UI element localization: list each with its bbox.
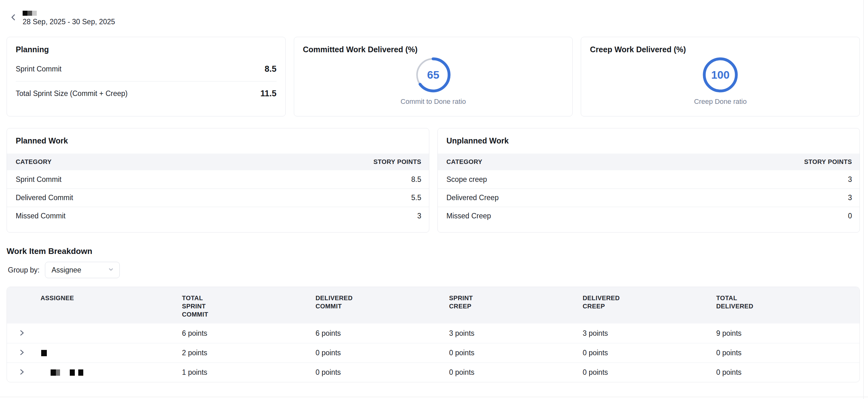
delivered-creep-cell: 0 points [583,349,716,357]
points-cell: 0 [848,212,852,220]
unplanned-work-header-row: CATEGORY STORY POINTS [438,153,860,170]
delivered-creep-cell: 3 points [583,329,716,338]
table-row: 6 points 6 points 3 points 3 points 9 po… [7,323,860,343]
category-cell: Missed Creep [446,212,491,220]
work-item-breakdown-title: Work Item Breakdown [7,247,860,256]
expand-row-button[interactable] [16,367,27,378]
total-delivered-cell: 9 points [716,329,860,338]
table-row: 2 points 0 points 0 points 0 points 0 po… [7,343,860,363]
committed-work-card: Committed Work Delivered (%) 65 Commit t… [294,37,573,116]
table-row: Missed Commit 3 [7,207,429,225]
total-sprint-commit-cell: 2 points [182,349,315,357]
creep-card-title: Creep Work Delivered (%) [590,45,851,54]
category-cell: Delivered Commit [16,194,73,202]
metric-row-sprint-commit: Sprint Commit 8.5 [16,57,277,81]
total-sprint-commit-cell: 1 points [182,368,315,377]
creep-gauge: 100 [703,57,738,92]
breakdown-table: ASSIGNEE TOTAL SPRINT COMMIT DELIVERED C… [7,287,860,382]
committed-gauge: 65 [415,57,451,92]
chevron-right-icon [18,368,26,377]
table-row: Delivered Creep 3 [438,189,860,207]
column-header-story-points: STORY POINTS [804,158,852,166]
category-cell: Missed Commit [16,212,65,220]
delivered-commit-cell: 0 points [315,368,449,377]
creep-work-card: Creep Work Delivered (%) 100 Creep Done … [581,37,860,116]
creep-gauge-caption: Creep Done ratio [590,97,851,106]
column-header-delivered-creep: DELIVERED CREEP [583,294,625,310]
committed-gauge-value: 65 [415,57,451,92]
sprint-report-header: 28 Sep, 2025 - 30 Sep, 2025 [7,0,860,26]
points-cell: 3 [848,194,852,202]
table-row: Scope creep 3 [438,170,860,189]
group-by-selected-value: Assignee [52,266,82,275]
column-header-total-delivered: TOTAL DELIVERED [716,294,758,310]
column-header-story-points: STORY POINTS [373,158,421,166]
expand-row-button[interactable] [16,348,27,359]
table-row: Sprint Commit 8.5 [7,170,429,189]
planned-work-card: Planned Work CATEGORY STORY POINTS Sprin… [7,128,429,232]
column-header-delivered-commit: DELIVERED COMMIT [315,294,358,310]
sprint-title-redacted [23,11,115,16]
planned-work-header-row: CATEGORY STORY POINTS [7,153,429,170]
category-cell: Sprint Commit [16,175,62,184]
total-sprint-commit-cell: 6 points [182,329,315,338]
metric-row-total-sprint-size: Total Sprint Size (Commit + Creep) 11.5 [16,81,277,106]
points-cell: 3 [417,212,422,220]
points-cell: 3 [848,175,852,184]
committed-card-title: Committed Work Delivered (%) [303,45,564,54]
column-header-sprint-creep: SPRINT CREEP [449,294,492,310]
points-cell: 5.5 [411,194,422,202]
table-row: Missed Creep 0 [438,207,860,225]
column-header-category: CATEGORY [446,158,483,166]
delivered-commit-cell: 6 points [315,329,449,338]
points-cell: 8.5 [411,175,422,184]
group-by-control: Group by: Assignee [7,262,860,278]
delivered-creep-cell: 0 points [583,368,716,377]
sprint-creep-cell: 3 points [449,329,583,338]
total-delivered-cell: 0 points [716,368,860,377]
planning-card: Planning Sprint Commit 8.5 Total Sprint … [7,37,286,116]
assignee-cell-redacted [40,350,182,356]
bottom-divider [0,397,868,397]
column-header-category: CATEGORY [16,158,52,166]
chevron-right-icon [18,329,26,338]
delivered-commit-cell: 0 points [315,349,449,357]
scrollbar-track-edge[interactable] [863,0,864,399]
expand-row-button[interactable] [16,328,27,339]
category-cell: Delivered Creep [446,194,499,202]
sprint-creep-cell: 0 points [449,368,583,377]
committed-gauge-caption: Commit to Done ratio [303,97,564,106]
metric-value: 8.5 [265,64,277,74]
metric-label: Total Sprint Size (Commit + Creep) [16,89,128,98]
group-by-select[interactable]: Assignee [45,262,120,278]
sprint-date-range: 28 Sep, 2025 - 30 Sep, 2025 [23,18,115,26]
category-cell: Scope creep [446,175,487,184]
table-row: Delivered Commit 5.5 [7,189,429,207]
table-row: 1 points 0 points 0 points 0 points 0 po… [7,363,860,382]
metric-label: Sprint Commit [16,65,62,73]
planned-work-title: Planned Work [7,129,429,145]
unplanned-work-title: Unplanned Work [438,129,860,145]
creep-gauge-value: 100 [703,57,738,92]
column-header-assignee: ASSIGNEE [40,294,83,302]
column-header-total-sprint-commit: TOTAL SPRINT COMMIT [182,294,224,318]
sprint-creep-cell: 0 points [449,349,583,357]
unplanned-work-card: Unplanned Work CATEGORY STORY POINTS Sco… [437,128,860,232]
chevron-right-icon [18,348,26,358]
chevron-down-icon [107,266,114,274]
back-button[interactable] [7,11,21,25]
total-delivered-cell: 0 points [716,349,860,357]
group-by-label: Group by: [8,266,40,275]
planning-card-title: Planning [16,45,277,54]
metric-value: 11.5 [260,89,277,98]
breakdown-header-row: ASSIGNEE TOTAL SPRINT COMMIT DELIVERED C… [7,287,860,323]
chevron-left-icon [9,12,18,23]
assignee-cell-redacted [40,369,182,376]
